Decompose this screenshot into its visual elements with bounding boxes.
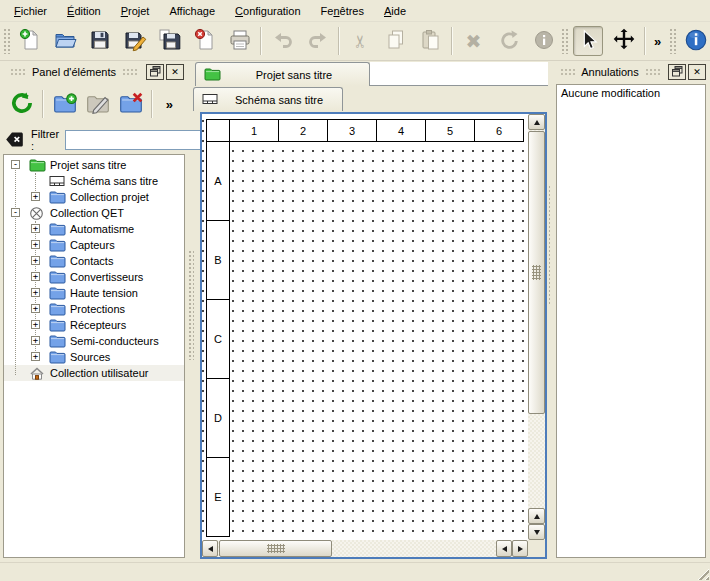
expand-box-icon[interactable]: + [31, 240, 40, 249]
horizontal-scroll-thumb[interactable] [219, 540, 332, 557]
scroll-right-button[interactable] [512, 540, 528, 557]
resize-grip[interactable] [696, 567, 709, 580]
rotate-button[interactable] [491, 24, 526, 58]
clear-filter-icon[interactable] [5, 130, 25, 151]
vertical-scroll-thumb[interactable] [528, 131, 545, 414]
delete-category-button[interactable] [114, 88, 147, 121]
close-file-button[interactable] [187, 24, 222, 58]
undo-button[interactable] [265, 24, 300, 58]
redo-button[interactable] [300, 24, 335, 58]
tree-item-schema-sans-titre[interactable]: Schéma sans titre [4, 173, 184, 189]
toolbar-drag-handle[interactable] [3, 28, 10, 54]
move-mode-button[interactable] [606, 24, 641, 58]
diagram-canvas[interactable]: 1 2 3 4 5 6 A B C D E [202, 114, 528, 540]
select-mode-button[interactable] [573, 26, 603, 56]
menu-fichier[interactable]: Fichier [4, 2, 57, 20]
collapse-box-icon[interactable]: - [11, 160, 20, 169]
expand-box-icon[interactable]: + [31, 336, 40, 345]
tree-item-contacts[interactable]: + Contacts [4, 253, 184, 269]
delete-button[interactable]: ✖ [456, 24, 491, 58]
info-blue-icon [683, 27, 709, 56]
filter-input[interactable] [65, 130, 215, 150]
tree-item-collection-utilisateur[interactable]: Collection utilisateur [4, 365, 184, 381]
elements-tree[interactable]: - Projet sans titre Schéma sans titre + … [3, 154, 185, 558]
new-category-button[interactable] [48, 88, 81, 121]
elements-panel-titlebar[interactable]: Panel d'éléments ✕ [0, 62, 188, 82]
expand-box-icon[interactable]: + [31, 224, 40, 233]
menu-projet[interactable]: Projet [111, 2, 160, 20]
expand-box-icon[interactable]: + [31, 352, 40, 361]
new-project-button[interactable] [12, 24, 47, 58]
paste-button[interactable] [413, 24, 448, 58]
close-file-icon [193, 28, 217, 55]
tree-item-automatisme[interactable]: + Automatisme [4, 221, 184, 237]
undo-icon [271, 28, 295, 55]
tree-item-recepteurs[interactable]: + Récepteurs [4, 317, 184, 333]
expand-box-icon[interactable]: + [31, 256, 40, 265]
edit-category-button[interactable] [81, 88, 114, 121]
expand-box-icon[interactable]: + [31, 304, 40, 313]
open-project-button[interactable] [47, 24, 82, 58]
frame-row-header: C [206, 299, 230, 379]
expand-box-icon[interactable]: + [31, 288, 40, 297]
save-all-icon [158, 28, 182, 55]
vertical-scrollbar[interactable] [528, 114, 545, 540]
undo-panel-titlebar[interactable]: Annulations ✕ [550, 62, 710, 82]
menu-edition[interactable]: Édition [57, 2, 111, 20]
qelectrotech-window: Fichier Édition Projet Affichage Configu… [0, 0, 710, 581]
expand-box-icon[interactable]: + [31, 272, 40, 281]
reload-collections-button[interactable] [5, 88, 38, 121]
schema-icon [202, 92, 218, 108]
tree-item-protections[interactable]: + Protections [4, 301, 184, 317]
tab-schema-sans-titre[interactable]: Schéma sans titre [193, 87, 343, 111]
toolbar-overflow-chevron[interactable]: » [649, 34, 666, 49]
tree-item-projet-sans-titre[interactable]: - Projet sans titre [4, 157, 184, 173]
dock-float-button[interactable] [146, 64, 164, 80]
tree-item-collection-qet[interactable]: - Collection QET [4, 205, 184, 221]
scroll-up-button[interactable] [528, 114, 545, 130]
scroll-left-button-right[interactable] [496, 540, 512, 557]
project-info-button[interactable] [678, 24, 710, 58]
panel-overflow-chevron[interactable]: » [161, 97, 178, 112]
copy-button[interactable] [378, 24, 413, 58]
save-all-button[interactable] [152, 24, 187, 58]
element-info-button[interactable] [526, 24, 561, 58]
menu-aide[interactable]: Aide [374, 2, 416, 20]
diagram-view[interactable]: 1 2 3 4 5 6 A B C D E [200, 112, 547, 559]
menu-fenetres[interactable]: Fenêtres [311, 2, 374, 20]
cut-button[interactable]: ✂ [343, 24, 378, 58]
dock-close-button[interactable]: ✕ [688, 64, 706, 80]
tree-item-label: Schéma sans titre [70, 175, 158, 187]
expand-box-icon[interactable]: + [31, 320, 40, 329]
menu-configuration[interactable]: Configuration [225, 2, 310, 20]
menu-affichage[interactable]: Affichage [159, 2, 225, 20]
collapse-box-icon[interactable]: - [11, 208, 20, 217]
tree-item-haute-tension[interactable]: + Haute tension [4, 285, 184, 301]
toolbar-drag-handle[interactable] [669, 28, 676, 54]
tree-item-sources[interactable]: + Sources [4, 349, 184, 365]
tab-projet-sans-titre[interactable]: Projet sans titre [195, 62, 370, 86]
horizontal-scrollbar[interactable] [202, 540, 528, 557]
dock-close-button[interactable]: ✕ [166, 64, 184, 80]
frame-row-header: D [206, 378, 230, 458]
expand-box-icon[interactable]: + [31, 192, 40, 201]
project-tab-label: Projet sans titre [227, 69, 361, 81]
left-splitter-handle[interactable] [188, 250, 194, 360]
print-button[interactable] [222, 24, 257, 58]
schema-tab-bar: Schéma sans titre [193, 87, 343, 111]
undo-history-list[interactable]: Aucune modification [556, 84, 706, 558]
tree-item-convertisseurs[interactable]: + Convertisseurs [4, 269, 184, 285]
scissors-icon: ✂ [350, 34, 371, 48]
save-button[interactable] [82, 24, 117, 58]
scroll-down-button[interactable] [528, 524, 545, 540]
save-as-button[interactable] [117, 24, 152, 58]
dock-float-button[interactable] [668, 64, 686, 80]
undo-list-item[interactable]: Aucune modification [561, 87, 701, 99]
tree-item-capteurs[interactable]: + Capteurs [4, 237, 184, 253]
tree-item-semi-conducteurs[interactable]: + Semi-conducteurs [4, 333, 184, 349]
toolbar-drag-handle[interactable] [561, 28, 568, 54]
scroll-up-button-bottom[interactable] [528, 508, 545, 524]
scroll-left-button[interactable] [202, 540, 218, 557]
tree-item-collection-projet[interactable]: + Collection projet [4, 189, 184, 205]
dock-title-texture [560, 68, 575, 77]
